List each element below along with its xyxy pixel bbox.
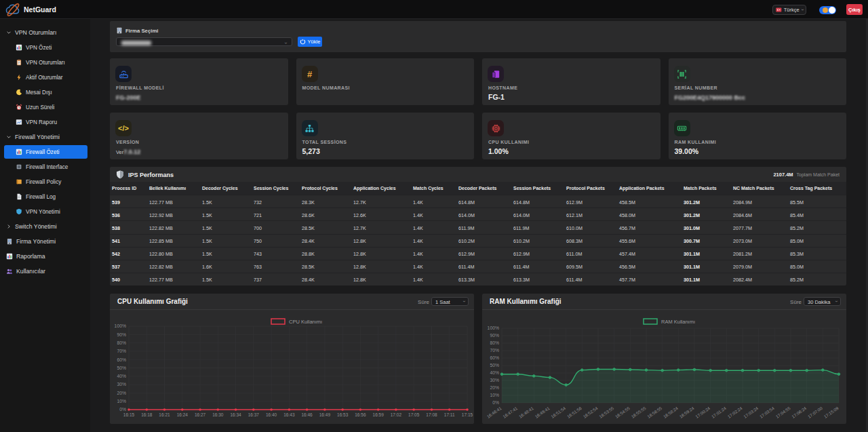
- svg-text:70%: 70%: [490, 348, 499, 353]
- svg-text:17:15:09: 17:15:09: [823, 406, 840, 419]
- svg-text:16:53: 16:53: [337, 412, 349, 417]
- svg-text:16:47:41: 16:47:41: [502, 406, 519, 419]
- svg-text:16:27: 16:27: [195, 412, 206, 417]
- svg-text:16:51:56: 16:51:56: [566, 406, 583, 419]
- svg-text:30%: 30%: [490, 378, 499, 382]
- svg-text:60%: 60%: [117, 357, 126, 362]
- svg-text:16:59: 16:59: [373, 412, 384, 417]
- svg-text:17:01:24: 17:01:24: [711, 406, 728, 419]
- svg-text:CPU Kullanımı: CPU Kullanımı: [289, 319, 322, 325]
- svg-text:16:56: 16:56: [355, 412, 366, 417]
- svg-text:10%: 10%: [490, 393, 499, 397]
- svg-text:17:04:55: 17:04:55: [774, 406, 791, 419]
- svg-text:80%: 80%: [117, 340, 126, 345]
- svg-text:70%: 70%: [117, 349, 126, 353]
- svg-text:40%: 40%: [490, 370, 499, 375]
- svg-text:17:06:24: 17:06:24: [791, 406, 808, 419]
- svg-text:16:56:55: 16:56:55: [646, 406, 663, 419]
- svg-text:16:58:24: 16:58:24: [663, 406, 679, 419]
- svg-text:RAM Kullanımı: RAM Kullanımı: [661, 319, 695, 325]
- svg-text:0%: 0%: [119, 407, 126, 412]
- svg-text:16:59:24: 16:59:24: [678, 406, 695, 419]
- svg-text:20%: 20%: [117, 391, 126, 395]
- svg-text:17:00:24: 17:00:24: [694, 406, 711, 419]
- svg-text:10%: 10%: [117, 399, 126, 404]
- svg-text:16:24: 16:24: [177, 412, 189, 417]
- svg-text:16:46: 16:46: [301, 412, 313, 417]
- svg-text:16:55:55: 16:55:55: [630, 406, 647, 419]
- svg-text:90%: 90%: [117, 332, 126, 337]
- svg-text:100%: 100%: [115, 323, 126, 328]
- svg-text:0%: 0%: [492, 400, 499, 405]
- svg-text:16:49:41: 16:49:41: [534, 406, 551, 419]
- svg-text:16:37: 16:37: [248, 412, 260, 417]
- svg-text:90%: 90%: [490, 333, 499, 338]
- svg-text:16:21: 16:21: [159, 412, 170, 417]
- svg-text:16:49: 16:49: [319, 412, 331, 417]
- svg-text:17:02:24: 17:02:24: [726, 406, 743, 419]
- svg-text:17:03:54: 17:03:54: [759, 406, 776, 419]
- svg-text:80%: 80%: [490, 340, 499, 345]
- svg-text:16:52:54: 16:52:54: [582, 406, 599, 419]
- svg-text:17:15: 17:15: [462, 412, 473, 417]
- svg-text:60%: 60%: [490, 355, 499, 360]
- svg-text:16:15: 16:15: [123, 412, 135, 417]
- svg-text:50%: 50%: [117, 366, 126, 370]
- svg-text:17:03:24: 17:03:24: [743, 406, 760, 419]
- svg-text:16:54:55: 16:54:55: [614, 406, 631, 419]
- svg-text:40%: 40%: [117, 374, 126, 378]
- svg-text:16:53:55: 16:53:55: [598, 406, 615, 419]
- svg-text:16:51:54: 16:51:54: [550, 406, 567, 419]
- svg-text:16:46:41: 16:46:41: [486, 406, 502, 419]
- svg-text:20%: 20%: [490, 385, 499, 390]
- svg-text:16:43: 16:43: [283, 412, 295, 417]
- svg-text:16:40: 16:40: [266, 412, 277, 417]
- svg-text:16:48:41: 16:48:41: [518, 406, 535, 419]
- svg-text:16:30: 16:30: [212, 412, 224, 417]
- svg-text:30%: 30%: [117, 382, 126, 387]
- svg-text:100%: 100%: [488, 326, 499, 330]
- svg-text:17:05: 17:05: [408, 412, 420, 417]
- svg-text:17:11: 17:11: [444, 412, 455, 417]
- svg-text:16:18: 16:18: [141, 412, 153, 417]
- svg-text:16:34: 16:34: [230, 412, 241, 417]
- svg-text:17:08: 17:08: [426, 412, 437, 417]
- svg-text:17:02: 17:02: [391, 412, 402, 417]
- svg-text:50%: 50%: [490, 363, 499, 368]
- svg-text:17:07:00: 17:07:00: [807, 406, 824, 419]
